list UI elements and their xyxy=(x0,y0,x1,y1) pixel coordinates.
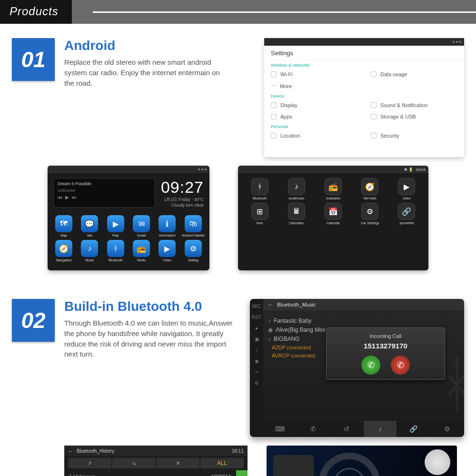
section-01-number: 01 xyxy=(12,38,55,81)
section-01: 01 Android Replace the old stereo with n… xyxy=(0,24,476,280)
call-label: Incoming Call xyxy=(370,333,402,339)
side-button: ⤢ xyxy=(255,369,258,375)
steering-wheel-graphic xyxy=(318,453,380,476)
dial-button[interactable]: ✆ xyxy=(236,470,248,476)
tab-settings-icon[interactable]: ⚙ xyxy=(431,421,464,437)
item-security: Security xyxy=(380,133,399,139)
device-side-buttons: MICRST●▣♪◉⤢⚙ xyxy=(250,299,263,437)
group-wireless: Wireless & networks xyxy=(264,61,464,69)
np-track: Dream It Possible xyxy=(58,181,151,186)
np-controls: ⏮▶⏭ xyxy=(58,195,151,200)
side-button: RST xyxy=(252,315,261,320)
app-information[interactable]: ℹinformation xyxy=(156,215,178,237)
section-01-desc: Replace the old stereo with new smart an… xyxy=(64,57,231,88)
app-calculator[interactable]: 🖩Calculator xyxy=(279,203,313,225)
call-number: 15113279170 xyxy=(364,342,407,350)
item-apps: Apps xyxy=(280,114,292,119)
home2-app-grid: ᚼBluetooth♪localmusic📻localradio🧭Net Nav… xyxy=(238,173,428,229)
back-icon: ← xyxy=(268,302,273,307)
settings-title: Settings xyxy=(264,46,464,61)
bt-bottom-tabs: ⌨ ✆ ↺ ♪ 🔗 ⚙ xyxy=(263,421,464,437)
app-avin[interactable]: ⊞Avin xyxy=(243,203,277,225)
tab-history-icon[interactable]: ↺ xyxy=(330,421,364,437)
app-video[interactable]: ▶Video xyxy=(156,240,178,262)
car-seat-graphic xyxy=(273,455,314,476)
app-car settings[interactable]: ⚙Car Settings xyxy=(353,203,387,225)
clock-widget: 09:27 1月1日 Friday -30°C Cloudy turn clea… xyxy=(161,178,204,208)
item-sound: Sound & Notification xyxy=(380,102,428,108)
side-button: ♪ xyxy=(256,347,258,353)
app-bluetooth[interactable]: ᚼBluetooth xyxy=(243,178,277,200)
history-tab[interactable]: ↗ xyxy=(68,458,111,468)
section-banner: Products xyxy=(0,0,476,24)
item-storage: Storage & USB xyxy=(380,114,416,119)
banner-title: Products xyxy=(0,0,72,24)
history-tab[interactable]: ✕ xyxy=(157,458,200,468)
tab-music-icon[interactable]: ♪ xyxy=(364,421,397,437)
section-02-number: 02 xyxy=(12,299,55,342)
app-gmail[interactable]: ✉Gmail xyxy=(130,215,153,237)
app-phonelink[interactable]: 🔗phonelink xyxy=(390,203,424,225)
homescreen-2: ✱ 🔋08:04 ᚼBluetooth♪localmusic📻localradi… xyxy=(238,166,428,270)
headset-person-icon xyxy=(425,449,450,475)
item-wifi: Wi-Fi xyxy=(280,71,293,77)
side-button: ▣ xyxy=(255,337,259,342)
bt-music-title: Bluetooth_Music xyxy=(277,302,316,307)
app-play[interactable]: ▶Play xyxy=(104,215,127,237)
handsfree-driving-image: ›››ᚼ‹‹‹ ≡ xyxy=(267,446,457,476)
tab-contacts-icon[interactable]: ✆ xyxy=(297,421,330,437)
bt-hist-title: Bluetooth_History xyxy=(77,448,114,454)
accept-call-button[interactable]: ✆ xyxy=(361,356,380,375)
group-device: Device xyxy=(264,92,464,99)
section-02-title: Build-in Bluetooth 4.0 xyxy=(64,299,240,314)
reject-call-button[interactable]: ✆ xyxy=(391,356,410,375)
app-calendar[interactable]: 📅Calendar xyxy=(316,203,350,225)
home1-app-grid: 🗺Map💬talk▶Play✉Gmailℹinformation🛍Android… xyxy=(48,210,209,267)
app-video[interactable]: ▶video xyxy=(390,178,424,200)
app-bluetooth[interactable]: ᚼBluetooth xyxy=(104,240,127,262)
app-android market[interactable]: 🛍Android Market xyxy=(182,215,205,237)
tab-dialer-icon[interactable]: ⌨ xyxy=(263,421,297,437)
incoming-call-popup: Incoming Call 15113279170 ✆ ✆ xyxy=(326,327,445,380)
banner-rule xyxy=(93,11,476,13)
app-localradio[interactable]: 📻localradio xyxy=(316,178,350,200)
bluetooth-music-screenshot: MICRST●▣♪◉⤢⚙ ←Bluetooth_Music ♪Fantastic… xyxy=(250,299,464,437)
app-navigation[interactable]: 🧭Navigation xyxy=(52,240,75,262)
bt-song-1: Fantastic Baby xyxy=(274,317,311,324)
clock-time: 09:27 xyxy=(161,178,204,197)
app-map[interactable]: 🗺Map xyxy=(52,215,75,237)
bluetooth-history-screenshot: ←Bluetooth_History16:11 ↗↘✕ALL 1.Unknown… xyxy=(64,446,248,476)
app-net navi[interactable]: 🧭Net Navi xyxy=(353,178,387,200)
group-personal: Personal xyxy=(264,122,464,130)
item-data: Data usage xyxy=(380,71,407,77)
app-setting[interactable]: ⚙Setting xyxy=(182,240,205,262)
settings-screenshot: Settings Wireless & networks Wi-FiData u… xyxy=(264,38,464,157)
item-display: Display xyxy=(280,102,298,108)
side-button: ● xyxy=(255,326,258,331)
app-localmusic[interactable]: ♪localmusic xyxy=(279,178,313,200)
item-more: More xyxy=(280,83,292,89)
item-location: Location xyxy=(280,133,300,139)
section-02-desc: Through Bluetooth 4.0 we can listen to m… xyxy=(64,318,240,359)
side-button: ◉ xyxy=(255,358,259,364)
section-01-title: Android xyxy=(64,38,255,53)
history-tab[interactable]: ↘ xyxy=(112,458,156,468)
tab-link-icon[interactable]: 🔗 xyxy=(397,421,430,437)
history-row: 1.Unknown1008611 xyxy=(69,472,231,476)
side-button: ⚙ xyxy=(255,380,259,386)
app-radio[interactable]: 📻Radio xyxy=(130,240,153,262)
now-playing-widget: Dream It Possible Unknown ⏮▶⏭ xyxy=(53,178,155,208)
np-artist: Unknown xyxy=(58,188,151,193)
clock-weather: Cloudy turn clear xyxy=(161,203,204,208)
homescreen-1: Dream It Possible Unknown ⏮▶⏭ 09:27 1月1日… xyxy=(48,166,209,270)
app-talk[interactable]: 💬talk xyxy=(78,215,101,237)
side-button: MIC xyxy=(252,304,261,309)
section-02: 02 Build-in Bluetooth 4.0 Through Blueto… xyxy=(0,280,476,476)
app-music[interactable]: ♪Music xyxy=(78,240,101,262)
bt-song-3: BIGBANG xyxy=(274,336,300,342)
history-tab[interactable]: ALL xyxy=(200,458,244,468)
